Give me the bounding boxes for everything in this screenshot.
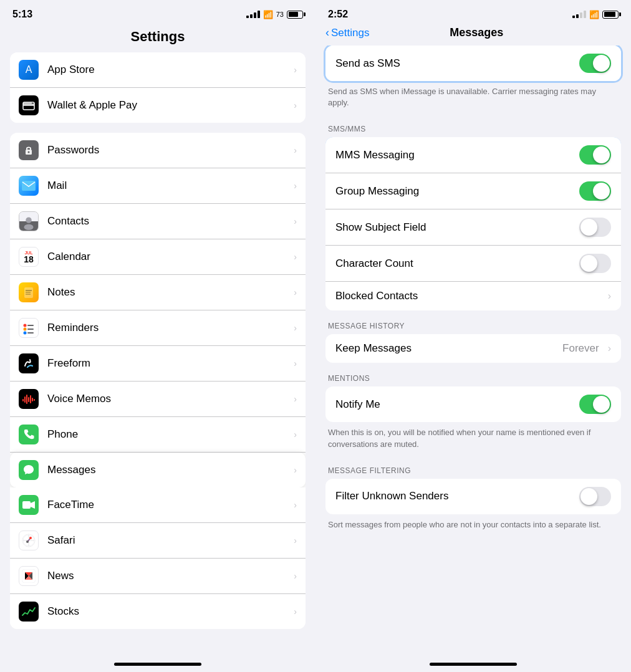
wallet-label: Wallet & Apple Pay bbox=[47, 99, 289, 112]
right-home-indicator bbox=[430, 663, 517, 666]
appstore-label: App Store bbox=[47, 64, 289, 76]
settings-item-calendar[interactable]: JUL 18 Calendar › bbox=[10, 239, 306, 275]
left-status-bar: 5:13 📶 73 bbox=[0, 0, 316, 24]
svg-point-16 bbox=[24, 328, 27, 331]
phone-icon bbox=[19, 425, 39, 444]
passwords-label: Passwords bbox=[47, 144, 289, 156]
svg-point-10 bbox=[24, 224, 34, 230]
back-button[interactable]: ‹ Settings bbox=[325, 26, 369, 39]
facetime-label: FaceTime bbox=[47, 499, 289, 511]
svg-rect-18 bbox=[27, 325, 34, 326]
svg-rect-20 bbox=[27, 332, 34, 334]
news-chevron: › bbox=[294, 571, 297, 581]
facetime-chevron: › bbox=[294, 500, 297, 510]
blocked-contacts-chevron: › bbox=[608, 290, 611, 302]
voicememos-label: Voice Memos bbox=[47, 393, 289, 405]
character-count-item[interactable]: Character Count bbox=[325, 246, 621, 282]
notes-chevron: › bbox=[294, 287, 297, 297]
message-filtering-label: MESSAGE FILTERING bbox=[325, 456, 621, 479]
mentions-hint: When this is on, you will be notified wh… bbox=[325, 423, 621, 456]
character-count-label: Character Count bbox=[335, 257, 579, 270]
send-as-sms-label: Send as SMS bbox=[335, 57, 579, 70]
settings-item-news[interactable]: News › bbox=[10, 559, 306, 594]
calendar-label: Calendar bbox=[47, 251, 289, 263]
keep-messages-item[interactable]: Keep Messages Forever › bbox=[325, 334, 621, 363]
mms-messaging-label: MMS Messaging bbox=[335, 149, 579, 161]
send-as-sms-item[interactable]: Send as SMS bbox=[325, 46, 621, 81]
settings-group-1: A App Store › Wallet & Apple Pay › bbox=[10, 52, 306, 123]
messages-label: Messages bbox=[47, 464, 289, 476]
settings-item-freeform[interactable]: Freeform › bbox=[10, 346, 306, 382]
right-page-title: Messages bbox=[369, 26, 584, 39]
send-as-sms-group: Send as SMS bbox=[325, 46, 621, 81]
signal-icon bbox=[246, 11, 260, 18]
send-as-sms-hint: Send as SMS when iMessage is unavailable… bbox=[325, 82, 621, 115]
voicememos-icon bbox=[19, 389, 39, 409]
settings-item-stocks[interactable]: Stocks › bbox=[10, 594, 306, 629]
settings-item-safari[interactable]: Safari › bbox=[10, 523, 306, 559]
back-chevron-icon: ‹ bbox=[325, 26, 329, 39]
keep-messages-label: Keep Messages bbox=[335, 342, 562, 355]
news-icon bbox=[19, 566, 39, 586]
filter-unknown-senders-toggle[interactable] bbox=[579, 487, 611, 506]
right-wifi-icon: 📶 bbox=[589, 10, 599, 19]
notify-me-item[interactable]: Notify Me bbox=[325, 386, 621, 422]
message-history-group: Keep Messages Forever › bbox=[325, 334, 621, 363]
group-messaging-item[interactable]: Group Messaging bbox=[325, 173, 621, 209]
wallet-icon bbox=[19, 95, 39, 115]
freeform-icon bbox=[19, 353, 39, 373]
svg-rect-27 bbox=[34, 399, 35, 401]
facetime-icon bbox=[19, 495, 39, 515]
svg-point-9 bbox=[26, 217, 31, 223]
character-count-toggle[interactable] bbox=[579, 254, 611, 273]
blocked-contacts-item[interactable]: Blocked Contacts › bbox=[325, 282, 621, 310]
settings-item-appstore[interactable]: A App Store › bbox=[10, 52, 306, 88]
blocked-contacts-label: Blocked Contacts bbox=[335, 290, 603, 302]
settings-item-messages[interactable]: Messages › bbox=[10, 453, 306, 487]
freeform-chevron: › bbox=[294, 358, 297, 368]
svg-rect-23 bbox=[26, 395, 27, 404]
contacts-icon bbox=[19, 211, 39, 231]
voicememos-chevron: › bbox=[294, 394, 297, 404]
settings-item-phone[interactable]: Phone › bbox=[10, 417, 306, 453]
group-messaging-toggle[interactable] bbox=[579, 181, 611, 201]
safari-icon bbox=[19, 530, 39, 550]
svg-rect-28 bbox=[22, 501, 31, 509]
safari-label: Safari bbox=[47, 534, 289, 547]
svg-text:A: A bbox=[26, 64, 32, 75]
mms-messaging-item[interactable]: MMS Messaging bbox=[325, 137, 621, 173]
svg-point-34 bbox=[29, 537, 32, 539]
svg-rect-26 bbox=[32, 398, 33, 401]
send-as-sms-toggle[interactable] bbox=[579, 54, 611, 73]
show-subject-field-toggle[interactable] bbox=[579, 218, 611, 237]
svg-rect-6 bbox=[22, 181, 36, 191]
svg-point-35 bbox=[26, 540, 29, 543]
settings-item-reminders[interactable]: Reminders › bbox=[10, 310, 306, 346]
mms-messaging-toggle[interactable] bbox=[579, 145, 611, 165]
settings-item-voicememos[interactable]: Voice Memos › bbox=[10, 382, 306, 417]
settings-item-wallet[interactable]: Wallet & Apple Pay › bbox=[10, 88, 306, 123]
settings-item-contacts[interactable]: Contacts › bbox=[10, 204, 306, 239]
freeform-label: Freeform bbox=[47, 357, 289, 370]
settings-item-notes[interactable]: Notes › bbox=[10, 275, 306, 310]
mentions-label: MENTIONS bbox=[325, 364, 621, 386]
phone-label: Phone bbox=[47, 428, 289, 441]
contacts-label: Contacts bbox=[47, 215, 289, 228]
passwords-chevron: › bbox=[294, 145, 297, 155]
reminders-label: Reminders bbox=[47, 322, 289, 334]
filter-unknown-senders-item[interactable]: Filter Unknown Senders bbox=[325, 479, 621, 514]
settings-item-mail[interactable]: Mail › bbox=[10, 168, 306, 204]
svg-rect-3 bbox=[23, 102, 32, 104]
stocks-label: Stocks bbox=[47, 605, 289, 618]
settings-item-passwords[interactable]: Passwords › bbox=[10, 133, 306, 168]
mail-icon bbox=[19, 176, 39, 196]
notify-me-toggle[interactable] bbox=[579, 395, 611, 414]
svg-point-5 bbox=[28, 151, 30, 153]
show-subject-field-item[interactable]: Show Subject Field bbox=[325, 209, 621, 246]
notes-label: Notes bbox=[47, 286, 289, 299]
settings-item-facetime[interactable]: FaceTime › bbox=[10, 487, 306, 523]
phone-chevron: › bbox=[294, 430, 297, 439]
left-time: 5:13 bbox=[12, 9, 32, 20]
filter-unknown-hint: Sort messages from people who are not in… bbox=[325, 516, 621, 537]
group-messaging-label: Group Messaging bbox=[335, 185, 579, 198]
